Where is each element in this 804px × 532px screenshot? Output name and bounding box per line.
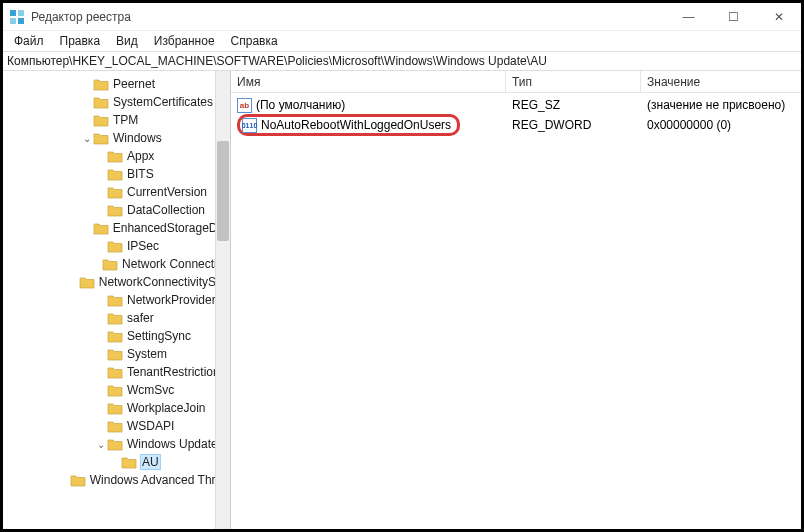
tree-node[interactable]: ⌄Windows Update xyxy=(3,435,230,453)
folder-icon xyxy=(93,78,109,91)
tree-node[interactable]: System xyxy=(3,345,230,363)
tree-node[interactable]: Windows Advanced Threat Protection xyxy=(3,471,230,489)
value-type: REG_SZ xyxy=(506,98,641,112)
tree-node-label: NetworkConnectivityStatusIndicator xyxy=(99,275,230,289)
chevron-down-icon[interactable]: ⌄ xyxy=(81,133,92,144)
menu-edit[interactable]: Правка xyxy=(53,32,108,50)
tree-spacer xyxy=(109,457,120,468)
menu-bar: Файл Правка Вид Избранное Справка xyxy=(3,31,801,51)
menu-view[interactable]: Вид xyxy=(109,32,145,50)
tree-node-label: WcmSvc xyxy=(127,383,174,397)
folder-icon xyxy=(107,366,123,379)
tree-node[interactable]: SettingSync xyxy=(3,327,230,345)
menu-file[interactable]: Файл xyxy=(7,32,51,50)
column-type[interactable]: Тип xyxy=(506,71,641,92)
tree-node[interactable]: Appx xyxy=(3,147,230,165)
tree-node[interactable]: NetworkConnectivityStatusIndicator xyxy=(3,273,230,291)
tree-node[interactable]: WorkplaceJoin xyxy=(3,399,230,417)
tree-node-label: TPM xyxy=(113,113,138,127)
svg-rect-0 xyxy=(10,10,16,16)
folder-icon xyxy=(121,456,137,469)
svg-rect-3 xyxy=(18,18,24,24)
tree-spacer xyxy=(58,475,69,486)
tree-spacer xyxy=(95,151,106,162)
value-row[interactable]: 0110NoAutoRebootWithLoggedOnUsersREG_DWO… xyxy=(231,115,801,135)
close-button[interactable]: ✕ xyxy=(756,3,801,31)
folder-icon xyxy=(107,420,123,433)
value-row[interactable]: ab(По умолчанию)REG_SZ(значение не присв… xyxy=(231,95,801,115)
tree-node-label: Windows Update xyxy=(127,437,218,451)
list-header: Имя Тип Значение xyxy=(231,71,801,93)
tree-node[interactable]: BITS xyxy=(3,165,230,183)
tree-node-label: TenantRestrictions xyxy=(127,365,226,379)
menu-favorites[interactable]: Избранное xyxy=(147,32,222,50)
tree-spacer xyxy=(95,421,106,432)
folder-icon xyxy=(107,330,123,343)
folder-icon xyxy=(70,474,86,487)
maximize-icon: ☐ xyxy=(728,10,739,24)
tree-spacer xyxy=(95,403,106,414)
tree-node-label: BITS xyxy=(127,167,154,181)
menu-help[interactable]: Справка xyxy=(224,32,285,50)
tree-spacer xyxy=(95,205,106,216)
close-icon: ✕ xyxy=(774,10,784,24)
maximize-button[interactable]: ☐ xyxy=(711,3,756,31)
tree-node[interactable]: IPSec xyxy=(3,237,230,255)
folder-icon xyxy=(107,402,123,415)
tree-node-label: Peernet xyxy=(113,77,155,91)
tree-node-label: EnhancedStorageDevices xyxy=(113,221,230,235)
folder-icon xyxy=(107,312,123,325)
address-bar[interactable]: Компьютер\HKEY_LOCAL_MACHINE\SOFTWARE\Po… xyxy=(3,51,801,71)
tree-node[interactable]: WSDAPI xyxy=(3,417,230,435)
tree-node[interactable]: Network Connections xyxy=(3,255,230,273)
tree-node[interactable]: safer xyxy=(3,309,230,327)
vertical-scrollbar[interactable] xyxy=(215,71,230,529)
tree-node-label: SettingSync xyxy=(127,329,191,343)
folder-icon xyxy=(79,276,95,289)
tree-spacer xyxy=(95,331,106,342)
tree-node-label: AU xyxy=(141,455,160,469)
folder-icon xyxy=(107,294,123,307)
tree-node[interactable]: AU xyxy=(3,453,230,471)
tree-spacer xyxy=(95,169,106,180)
tree-node-label: Appx xyxy=(127,149,154,163)
values-pane: Имя Тип Значение ab(По умолчанию)REG_SZ(… xyxy=(231,71,801,529)
folder-icon xyxy=(93,222,109,235)
value-data: (значение не присвоено) xyxy=(641,98,801,112)
tree-node[interactable]: Peernet xyxy=(3,75,230,93)
tree-node-label: System xyxy=(127,347,167,361)
tree-spacer xyxy=(95,385,106,396)
value-type: REG_DWORD xyxy=(506,118,641,132)
folder-icon xyxy=(107,240,123,253)
tree-node-label: SystemCertificates xyxy=(113,95,213,109)
tree-node[interactable]: WcmSvc xyxy=(3,381,230,399)
value-data: 0x00000000 (0) xyxy=(641,118,801,132)
tree-node[interactable]: SystemCertificates xyxy=(3,93,230,111)
tree-node[interactable]: ⌄Windows xyxy=(3,129,230,147)
tree-spacer xyxy=(95,367,106,378)
column-name[interactable]: Имя xyxy=(231,71,506,92)
tree-node-label: Windows Advanced Threat Protection xyxy=(90,473,230,487)
svg-rect-2 xyxy=(10,18,16,24)
scrollbar-thumb[interactable] xyxy=(217,141,229,241)
app-icon xyxy=(9,9,25,25)
tree-node[interactable]: TenantRestrictions xyxy=(3,363,230,381)
tree-node[interactable]: EnhancedStorageDevices xyxy=(3,219,230,237)
tree-node-label: NetworkProvider xyxy=(127,293,216,307)
column-value[interactable]: Значение xyxy=(641,71,801,92)
folder-icon xyxy=(93,132,109,145)
chevron-down-icon[interactable]: ⌄ xyxy=(95,439,106,450)
minimize-button[interactable]: — xyxy=(666,3,711,31)
tree-node[interactable]: DataCollection xyxy=(3,201,230,219)
folder-icon xyxy=(93,96,109,109)
tree-node-label: DataCollection xyxy=(127,203,205,217)
tree-spacer xyxy=(81,115,92,126)
folder-icon xyxy=(107,438,123,451)
tree-node-label: CurrentVersion xyxy=(127,185,207,199)
tree-node[interactable]: CurrentVersion xyxy=(3,183,230,201)
titlebar[interactable]: Редактор реестра — ☐ ✕ xyxy=(3,3,801,31)
tree-node[interactable]: NetworkProvider xyxy=(3,291,230,309)
tree-spacer xyxy=(95,349,106,360)
tree-pane: PeernetSystemCertificatesTPM⌄WindowsAppx… xyxy=(3,71,231,529)
tree-node[interactable]: TPM xyxy=(3,111,230,129)
